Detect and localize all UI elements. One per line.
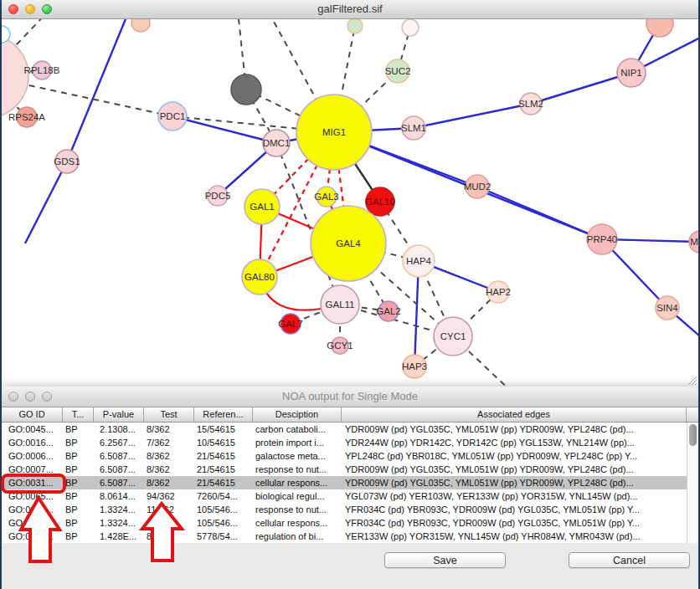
node-label-SUC2: SUC2 — [385, 66, 411, 76]
table-cell: BP — [63, 436, 94, 449]
table-cell: YDR009W (pd) YGL035C, YML051W (pp) YDR00… — [342, 476, 687, 489]
table-cell: YDR244W (pp) YDR142C, YDR142C (pp) YGL15… — [342, 436, 687, 449]
table-cell: YFR034C (pd) YBR093C, YDR009W (pd) YGL03… — [342, 503, 687, 516]
table-cell: cellular respons... — [253, 516, 342, 530]
table-cell: 2.1308... — [94, 423, 144, 436]
cancel-button[interactable]: Cancel — [569, 552, 690, 568]
table-cell: 1.3324... — [94, 516, 144, 530]
node-label-MSL: MSL — [690, 237, 698, 247]
column-header-desciption[interactable]: Desciption — [253, 407, 342, 422]
edge-SLM1-SLM2 — [414, 104, 531, 128]
node-bigleft[interactable] — [2, 34, 28, 118]
table-cell: YGL073W (pd) YER103W, YER133W (pp) YOR31… — [342, 489, 687, 503]
table-cell: carbon cataboli... — [253, 423, 342, 436]
column-header-p-value[interactable]: P-value — [94, 407, 144, 422]
table-cell: 10/54615 — [194, 436, 253, 449]
table-row-7[interactable]: GO:0031...BP1.3324...11/362105/546...res… — [2, 503, 687, 516]
table-cell: 7/362 — [144, 436, 194, 449]
edge-SLM2-NIP1 — [531, 73, 631, 104]
table-cell: YDR009W (pd) YGL035C, YML051W (pp) YDR00… — [342, 463, 687, 476]
node-topSalmon[interactable] — [646, 19, 673, 37]
node-topPeach[interactable] — [131, 19, 150, 32]
table-cell: 21/54615 — [194, 476, 253, 489]
node-label-GAL11: GAL11 — [326, 300, 355, 310]
column-header-test[interactable]: Test — [144, 407, 194, 422]
node-label-GAL2: GAL2 — [376, 306, 400, 316]
table-row-3[interactable]: GO:0006...BP6.5087...8/36221/54615galact… — [2, 449, 687, 463]
node-label-GAL80: GAL80 — [244, 272, 275, 282]
column-header-go-id[interactable]: GO ID — [2, 407, 63, 422]
node-label-PDC5: PDC5 — [205, 191, 231, 201]
table-row-4[interactable]: GO:0007...BP6.5087...8/36221/54615respon… — [2, 463, 687, 476]
node-label-MUD2: MUD2 — [464, 182, 492, 192]
table-cell: 6.5087... — [94, 449, 144, 463]
node-label-HAP4: HAP4 — [406, 256, 432, 266]
table-cell: 105/546... — [194, 503, 253, 516]
resize-grip[interactable] — [686, 374, 697, 386]
table-cell: response to nut... — [253, 503, 342, 516]
table-cell: galactose meta... — [253, 449, 342, 463]
table-cell: 7260/54... — [194, 489, 253, 503]
table-cell: regulation of bi... — [253, 530, 342, 543]
table-row-1[interactable]: GO:0045...BP2.1308...8/36215/54615carbon… — [2, 423, 687, 436]
vertical-scrollbar[interactable] — [687, 423, 698, 543]
table-cell: YFR034C (pd) YBR093C, YDR009W (pd) YGL03… — [342, 516, 687, 530]
node-label-GCY1: GCY1 — [327, 341, 353, 351]
table-cell: BP — [63, 449, 94, 463]
node-label-GAL7: GAL7 — [278, 319, 302, 329]
node-graynode[interactable] — [231, 74, 261, 105]
save-button[interactable]: Save — [384, 552, 506, 568]
edge-PDC1-DMC1 — [172, 116, 276, 143]
node-label-MIG1: MIG1 — [322, 127, 346, 137]
noa-output-window: NOA output for Single Mode GO IDT...P-va… — [2, 387, 698, 589]
table-row-5[interactable]: GO:0031...BP6.5087...8/36221/54615cellul… — [2, 476, 687, 489]
table-cell: GO:0006... — [2, 449, 63, 463]
table-cell: 94/362 — [144, 489, 194, 503]
table-cell: BP — [63, 463, 94, 476]
column-header-spacer — [687, 407, 698, 422]
scrollbar-thumb[interactable] — [689, 424, 697, 446]
table-cell: 6.2567... — [94, 436, 144, 449]
table-cell: 8/362 — [144, 463, 194, 476]
node-label-GAL1: GAL1 — [250, 202, 274, 212]
table-cell: response to nut... — [253, 463, 342, 476]
node-label-GAL3: GAL3 — [314, 192, 338, 202]
table-cell: 8/362 — [144, 476, 194, 489]
table-cell: GO:0007... — [2, 463, 63, 476]
table-row-6[interactable]: GO:0065...BP8.0614...94/3627260/54...bio… — [2, 489, 687, 503]
node-topWhite[interactable] — [402, 19, 419, 36]
network-window-title: galFiltered.sif — [2, 0, 698, 18]
table-cell: BP — [63, 516, 94, 530]
table-cell: 6.5087... — [94, 476, 144, 489]
table-cell: 8.0614... — [94, 489, 144, 503]
table-cell: 105/546... — [194, 516, 253, 530]
column-header-t-[interactable]: T... — [63, 407, 94, 422]
results-table: GO:0045...BP2.1308...8/36215/54615carbon… — [2, 423, 687, 543]
table-cell: GO:0031... — [2, 503, 63, 516]
column-header-associated-edges[interactable]: Associated edges — [342, 407, 687, 422]
table-row-9[interactable]: GO:0050...BP1.428E...80/3625778/54...reg… — [2, 530, 687, 543]
noa-window-titlebar[interactable]: NOA output for Single Mode — [2, 387, 698, 407]
node-label-SIN4: SIN4 — [656, 303, 678, 313]
network-graph: RPL18BRPS24APDC1GDS1DMC1SUC2SLM1SLM2NIP1… — [2, 19, 698, 387]
node-label-RPL18B: RPL18B — [24, 65, 60, 75]
table-cell: 11/362 — [144, 516, 194, 530]
table-cell: YDR009W (pd) YGL035C, YML051W (pp) YDR00… — [342, 423, 687, 436]
edge-pt1-GDS1 — [67, 19, 129, 161]
network-canvas[interactable]: RPL18BRPS24APDC1GDS1DMC1SUC2SLM1SLM2NIP1… — [2, 19, 698, 387]
table-cell: GO:0016... — [2, 436, 63, 449]
table-cell: BP — [63, 476, 94, 489]
table-cell: GO:0031... — [2, 516, 63, 530]
table-cell: 21/54615 — [194, 463, 253, 476]
table-cell: 80/362 — [144, 530, 194, 543]
table-row-8[interactable]: GO:0031...BP1.3324...11/362105/546...cel… — [2, 516, 687, 530]
node-label-HAP2: HAP2 — [486, 287, 511, 297]
table-row-2[interactable]: GO:0016...BP6.2567...7/36210/54615protei… — [2, 436, 687, 449]
node-label-GAL4: GAL4 — [336, 238, 361, 248]
node-label-NIP1: NIP1 — [620, 68, 642, 78]
network-window-titlebar[interactable]: galFiltered.sif — [2, 0, 698, 19]
table-cell: 5778/54... — [194, 530, 253, 543]
node-label-PRP40: PRP40 — [587, 234, 617, 244]
node-topGreen[interactable] — [347, 19, 363, 33]
column-header-referen-[interactable]: Referen... — [194, 407, 253, 422]
